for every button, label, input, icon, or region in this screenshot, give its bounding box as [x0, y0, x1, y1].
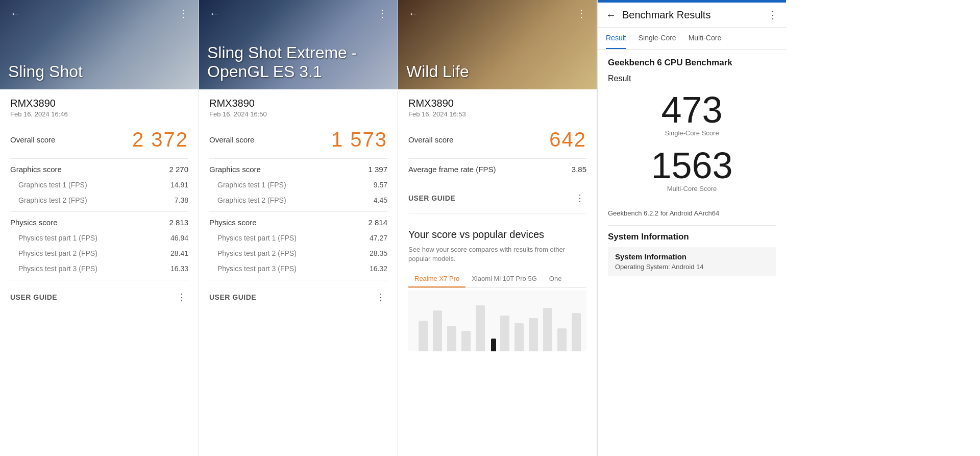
panel-nav-1: ← ⋮: [8, 6, 190, 20]
pt1-row-2: Physics test part 1 (FPS) 47.27: [209, 234, 387, 242]
share-button-3[interactable]: ⋮: [574, 6, 589, 20]
overall-value-3: 642: [549, 128, 586, 151]
chart-bar-4: [461, 331, 471, 351]
geekbench-back-button[interactable]: ←: [606, 9, 616, 21]
comparison-chart: [408, 290, 586, 351]
gt1-label-2: Graphics test 1 (FPS): [209, 181, 286, 189]
comparison-tab-2[interactable]: Xiaomi Mi 10T Pro 5G: [465, 271, 543, 287]
divider-3b: [408, 181, 586, 181]
gt2-value-2: 4.45: [374, 196, 387, 204]
comparison-title: Your score vs popular devices: [408, 228, 586, 241]
chart-bar-1: [419, 321, 428, 351]
share-icon-3[interactable]: ⋮: [573, 191, 586, 205]
share-button-1[interactable]: ⋮: [176, 6, 190, 20]
comparison-tab-3[interactable]: One: [543, 271, 568, 287]
pt2-row-1: Physics test part 2 (FPS) 28.41: [10, 249, 188, 257]
divider-3c: [408, 213, 586, 213]
comparison-section: Your score vs popular devices See how yo…: [408, 220, 586, 359]
pt3-row-1: Physics test part 3 (FPS) 16.33: [10, 265, 188, 273]
pt2-value-2: 28.35: [370, 249, 387, 257]
gb-system-section-title: System Information: [608, 232, 776, 242]
fps-label-3: Average frame rate (FPS): [408, 165, 496, 174]
panel-wild-life: Wild Life ← ⋮ RMX3890 Feb 16, 2024 16:53…: [398, 0, 597, 456]
gb-tab-result[interactable]: Result: [606, 28, 626, 49]
comparison-tab-1[interactable]: Realme X7 Pro: [408, 271, 465, 287]
overall-score-row-2: Overall score 1 573: [209, 128, 387, 151]
chart-bar-highlight: [491, 339, 496, 351]
share-button-2[interactable]: ⋮: [375, 6, 389, 20]
chart-bar-7: [514, 323, 524, 351]
user-guide-row-2: USER GUIDE ⋮: [209, 286, 387, 308]
gb-tab-multi-core[interactable]: Multi-Core: [689, 28, 722, 49]
chart-bar-3: [447, 326, 456, 351]
panel-sling-shot: Sling Shot ← ⋮ RMX3890 Feb 16, 2024 16:4…: [0, 0, 199, 456]
panel-header-1: Sling Shot ← ⋮: [0, 0, 199, 89]
panel-header-2: Sling Shot Extreme - OpenGL ES 3.1 ← ⋮: [199, 0, 398, 89]
geekbench-menu-button[interactable]: ⋮: [768, 9, 778, 21]
pt2-label-2: Physics test part 2 (FPS): [209, 249, 297, 257]
gb-subsection: Result: [608, 74, 776, 83]
overall-label-3: Overall score: [408, 135, 453, 144]
chart-bar-9: [543, 308, 552, 351]
gb-multi-score: 1563: [608, 147, 776, 184]
gt2-label-2: Graphics test 2 (FPS): [209, 196, 286, 204]
device-name-2: RMX3890: [209, 98, 387, 109]
chart-bar-5: [476, 305, 485, 351]
gt1-value-1: 14.91: [170, 181, 188, 189]
fps-row-3: Average frame rate (FPS) 3.85: [408, 165, 586, 174]
chart-bar-2: [433, 310, 442, 351]
gt1-row-2: Graphics test 1 (FPS) 9.57: [209, 181, 387, 189]
gt1-label-1: Graphics test 1 (FPS): [10, 181, 87, 189]
pt3-label-1: Physics test part 3 (FPS): [10, 265, 97, 273]
gb-tab-single-core[interactable]: Single-Core: [639, 28, 676, 49]
overall-label-1: Overall score: [10, 135, 55, 144]
overall-value-1: 2 372: [132, 128, 188, 151]
share-icon-1[interactable]: ⋮: [175, 291, 188, 304]
user-guide-label-3[interactable]: USER GUIDE: [408, 194, 455, 202]
user-guide-label-2[interactable]: USER GUIDE: [209, 293, 256, 301]
gt1-row-1: Graphics test 1 (FPS) 14.91: [10, 181, 188, 189]
overall-score-row-3: Overall score 642: [408, 128, 586, 151]
divider-3a: [408, 158, 586, 159]
gb-single-label: Single-Core Score: [608, 129, 776, 137]
panel-title-3: Wild Life: [406, 62, 469, 81]
overall-label-2: Overall score: [209, 135, 254, 144]
divider-1c: [10, 280, 188, 280]
user-guide-row-3: USER GUIDE ⋮: [408, 187, 586, 209]
device-date-3: Feb 16, 2024 16:53: [408, 110, 586, 118]
overall-value-2: 1 573: [331, 128, 387, 151]
gb-multi-label: Multi-Core Score: [608, 185, 776, 193]
graphics-label-2: Graphics score: [209, 165, 261, 174]
pt1-value-1: 46.94: [170, 234, 188, 242]
back-button-3[interactable]: ←: [406, 6, 421, 20]
panel-title-1: Sling Shot: [8, 62, 83, 81]
gb-system-sub: Operating System: Android 14: [615, 263, 769, 271]
back-button-2[interactable]: ←: [207, 6, 222, 20]
share-icon-2[interactable]: ⋮: [374, 291, 387, 304]
divider-2c: [209, 280, 387, 280]
user-guide-label-1[interactable]: USER GUIDE: [10, 293, 57, 301]
back-button-1[interactable]: ←: [8, 6, 22, 20]
gb-version: Geekbench 6.2.2 for Android AArch64: [608, 209, 776, 217]
gt2-value-1: 7.38: [175, 196, 188, 204]
panel-body-3: RMX3890 Feb 16, 2024 16:53 Overall score…: [398, 89, 597, 456]
gt2-row-2: Graphics test 2 (FPS) 4.45: [209, 196, 387, 204]
gb-divider-2: [608, 225, 776, 226]
panel-title-2: Sling Shot Extreme - OpenGL ES 3.1: [207, 43, 389, 81]
graphics-value-1: 2 270: [169, 165, 188, 174]
gb-system-info: System Information Operating System: And…: [608, 247, 776, 276]
divider-2b: [209, 211, 387, 212]
fps-value-3: 3.85: [572, 165, 586, 174]
geekbench-nav: ← Benchmark Results ⋮: [598, 3, 786, 28]
panel-nav-2: ← ⋮: [207, 6, 389, 20]
gb-single-score: 473: [608, 91, 776, 128]
pt3-row-2: Physics test part 3 (FPS) 16.32: [209, 265, 387, 273]
physics-label-1: Physics score: [10, 218, 58, 227]
chart-bar-6: [500, 316, 509, 351]
chart-bar-11: [572, 313, 581, 351]
panel-body-2: RMX3890 Feb 16, 2024 16:50 Overall score…: [199, 89, 398, 456]
gb-section-title: Geekbench 6 CPU Benchmark: [608, 58, 776, 68]
device-name-3: RMX3890: [408, 98, 586, 109]
device-date-2: Feb 16, 2024 16:50: [209, 110, 387, 118]
pt3-label-2: Physics test part 3 (FPS): [209, 265, 297, 273]
